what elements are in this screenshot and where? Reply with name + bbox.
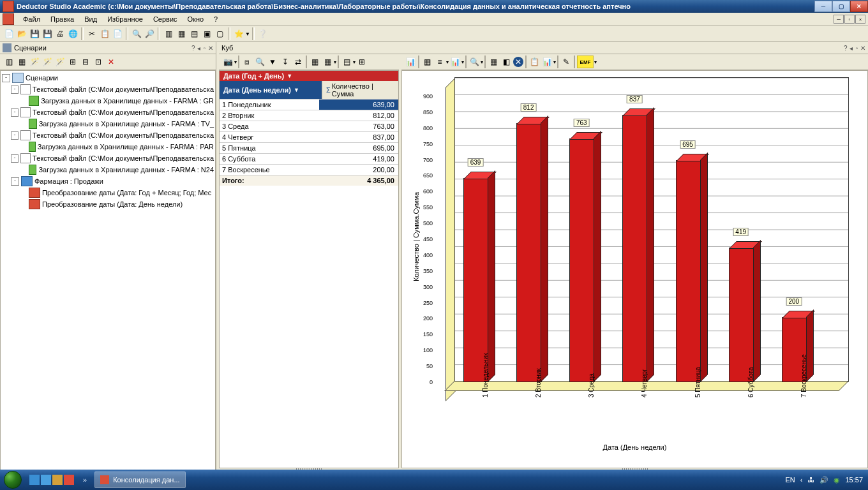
- tree-root[interactable]: -Сценарии: [2, 72, 214, 84]
- menu-help[interactable]: ?: [209, 15, 223, 23]
- close-button[interactable]: ✕: [850, 1, 868, 12]
- pt-grid1-icon[interactable]: ▦: [309, 56, 320, 68]
- pivot-row[interactable]: 1 Понедельник639,00: [220, 99, 398, 110]
- findnext-icon[interactable]: 🔎: [144, 28, 155, 40]
- cube-opt-icon[interactable]: ▫: [855, 45, 858, 52]
- tray-net-icon[interactable]: 🖧: [807, 476, 814, 484]
- cube-help-icon[interactable]: ?: [844, 45, 848, 52]
- pivot-table[interactable]: Дата (Год + День)▼ Дата (День недели)▼ Σ…: [219, 70, 399, 468]
- tree-node[interactable]: -Текстовый файл (C:\Мои документы\Препод…: [2, 107, 214, 118]
- new-icon[interactable]: 📄: [3, 28, 15, 40]
- ct-bar-icon[interactable]: 📊: [449, 56, 461, 68]
- ct-brush-icon[interactable]: ✎: [560, 56, 572, 68]
- dropdown-icon[interactable]: ▼: [294, 87, 299, 93]
- chart-area[interactable]: Количество | Сумма.Сумма 050100150200250…: [401, 70, 868, 468]
- tray-vol-icon[interactable]: 🔊: [819, 476, 828, 484]
- pt-fit-icon[interactable]: ⊞: [356, 56, 368, 68]
- saveas-icon[interactable]: 💾: [41, 28, 53, 40]
- sc-tree2-icon[interactable]: ⊟: [80, 56, 91, 68]
- globe-icon[interactable]: 🌐: [67, 28, 79, 40]
- pt-swap-icon[interactable]: ⇄: [292, 56, 304, 68]
- tree-node[interactable]: Загрузка данных в Хранилище данных - FAR…: [2, 164, 214, 175]
- panel-help-icon[interactable]: ?: [191, 45, 195, 52]
- tree-node[interactable]: Преобразование даты (Дата: День недели): [2, 198, 214, 210]
- ql-app1-icon[interactable]: [52, 475, 63, 485]
- open-icon[interactable]: 📂: [16, 28, 27, 40]
- minimize-button[interactable]: ─: [814, 1, 832, 12]
- sc-wiz3-icon[interactable]: 🪄: [54, 56, 66, 68]
- tree-node[interactable]: -Фармация : Продажи: [2, 175, 214, 187]
- menu-edit[interactable]: Правка: [45, 15, 79, 23]
- tray-overflow-icon[interactable]: ‹: [800, 476, 803, 484]
- find-icon[interactable]: 🔍: [131, 28, 142, 40]
- mdi-minimize-button[interactable]: ─: [834, 15, 844, 24]
- ct-legend-icon[interactable]: ◧: [500, 56, 512, 68]
- ct-zoom-icon[interactable]: 🔍: [468, 56, 480, 68]
- pt-camera-icon[interactable]: 📷: [222, 56, 234, 68]
- sc-wiz1-icon[interactable]: 🪄: [29, 56, 40, 68]
- pivot-row[interactable]: 4 Четверг837,00: [220, 131, 398, 142]
- pivot-row-header[interactable]: Дата (Год + День)▼: [220, 71, 398, 81]
- cube-close-icon[interactable]: ✕: [860, 45, 865, 52]
- pivot-row[interactable]: 7 Воскресенье200,00: [220, 164, 398, 175]
- ct-chart2-icon[interactable]: 📊: [541, 56, 553, 68]
- menu-view[interactable]: Вид: [79, 15, 102, 23]
- sc-tree1-icon[interactable]: ⊞: [67, 56, 79, 68]
- sc-delete-icon[interactable]: ✕: [105, 56, 117, 68]
- cube-pin-icon[interactable]: ◂: [849, 45, 853, 52]
- start-button[interactable]: [0, 470, 26, 490]
- panel4-icon[interactable]: ▣: [201, 28, 213, 40]
- ct-copy-icon[interactable]: 📋: [528, 56, 540, 68]
- panel-opt-icon[interactable]: ▫: [203, 45, 206, 52]
- tray-time[interactable]: 15:57: [845, 476, 863, 484]
- tray-lang[interactable]: EN: [786, 476, 795, 484]
- pt-col-icon[interactable]: ▤: [341, 56, 352, 68]
- ql-overflow-icon[interactable]: »: [78, 476, 92, 484]
- pivot-measure-header[interactable]: ΣКоличество | Сумма: [322, 81, 398, 99]
- ql-ie-icon[interactable]: [41, 475, 51, 485]
- tree-node[interactable]: -Текстовый файл (C:\Мои документы\Препод…: [2, 130, 214, 141]
- pivot-col-header[interactable]: Дата (День недели)▼: [220, 81, 322, 99]
- pivot-row[interactable]: 3 Среда763,00: [220, 121, 398, 131]
- pivot-row[interactable]: 2 Вторник812,00: [220, 110, 398, 121]
- panel3-icon[interactable]: ▤: [188, 28, 200, 40]
- tree-node[interactable]: Загрузка данных в Хранилище данных - FAR…: [2, 141, 214, 152]
- tree-node[interactable]: Преобразование даты (Дата: Год + Месяц; …: [2, 187, 214, 198]
- panel-pin-icon[interactable]: ◂: [197, 45, 200, 52]
- ct-emf-icon[interactable]: EMF: [577, 56, 594, 68]
- copy-icon[interactable]: 📋: [99, 28, 110, 40]
- paste-icon[interactable]: 📄: [112, 28, 123, 40]
- help-icon[interactable]: ❔: [257, 28, 269, 40]
- menu-svc[interactable]: Сервис: [148, 15, 183, 23]
- ct-info-icon[interactable]: ✕: [513, 57, 523, 67]
- pivot-row[interactable]: 5 Пятница695,00: [220, 142, 398, 153]
- ql-explorer-icon[interactable]: [29, 475, 40, 485]
- save-icon[interactable]: 💾: [29, 28, 40, 40]
- ct-table-icon[interactable]: ▦: [421, 56, 433, 68]
- panel1-icon[interactable]: ▥: [163, 28, 174, 40]
- pt-zoom-icon[interactable]: 🔍: [254, 56, 266, 68]
- maximize-button[interactable]: ▢: [832, 1, 850, 12]
- pt-sort-icon[interactable]: ↧: [280, 56, 291, 68]
- taskbar-app-button[interactable]: Консолидация дан...: [94, 471, 185, 488]
- pivot-row[interactable]: 6 Суббота419,00: [220, 153, 398, 164]
- sc-tb2-icon[interactable]: ▦: [16, 56, 27, 68]
- dropdown-icon[interactable]: ▼: [287, 73, 292, 79]
- mdi-restore-button[interactable]: ▫: [844, 15, 855, 24]
- print-icon[interactable]: 🖨: [54, 28, 66, 40]
- tree-node[interactable]: Загрузка данных в Хранилище данных - FAR…: [2, 95, 214, 107]
- scenario-tree[interactable]: -Сценарии -Текстовый файл (C:\Мои докуме…: [0, 70, 216, 471]
- menu-file[interactable]: Файл: [18, 15, 45, 23]
- cut-icon[interactable]: ✂: [86, 28, 98, 40]
- pt-filter-icon[interactable]: ▼: [267, 56, 278, 68]
- panel2-icon[interactable]: ▦: [176, 28, 187, 40]
- tray-sec-icon[interactable]: ◉: [834, 476, 840, 484]
- panel-close-icon[interactable]: ✕: [208, 45, 213, 52]
- ct-grid-icon[interactable]: ▦: [488, 56, 499, 68]
- menu-fav[interactable]: Избранное: [102, 15, 148, 23]
- ct-type-icon[interactable]: 📊: [405, 56, 416, 68]
- sc-wiz2-icon[interactable]: 🪄: [41, 56, 53, 68]
- star-icon[interactable]: ⭐: [233, 28, 244, 40]
- tree-node[interactable]: -Текстовый файл (C:\Мои документы\Препод…: [2, 152, 214, 164]
- menu-win[interactable]: Окно: [183, 15, 209, 23]
